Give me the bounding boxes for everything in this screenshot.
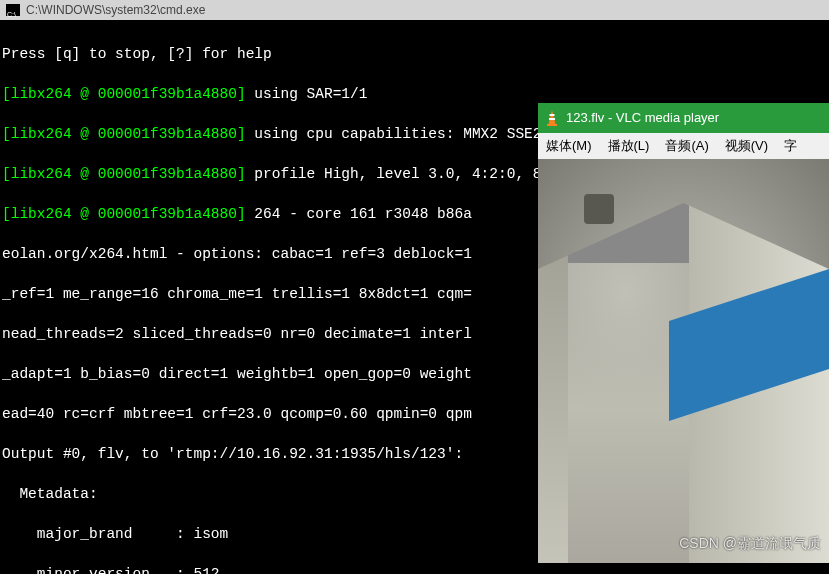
vlc-title-bar[interactable]: 123.flv - VLC media player [538,103,829,133]
csdn-watermark: CSDN @霸道流氓气质 [679,533,821,553]
vlc-video-area[interactable]: CSDN @霸道流氓气质 [538,159,829,563]
svg-rect-3 [547,124,557,126]
term-text: profile High, level 3.0, 4:2:0, 8-bit [246,166,577,182]
cmd-title-bar[interactable]: C:\WINDOWS\system32\cmd.exe [0,0,829,20]
vlc-title-text: 123.flv - VLC media player [566,108,719,128]
svg-rect-2 [549,118,555,120]
libx264-tag: [libx264 @ 000001f39b1a4880] [2,86,246,102]
vlc-menu-play[interactable]: 播放(L) [600,136,658,156]
term-line: Press [q] to stop, [?] for help [2,44,829,64]
svg-rect-1 [550,114,555,116]
term-text: 264 - core 161 r3048 b86a [246,206,472,222]
cmd-icon [6,4,20,16]
vlc-window[interactable]: 123.flv - VLC media player 媒体(M) 播放(L) 音… [538,103,829,563]
term-text: using SAR=1/1 [246,86,368,102]
libx264-tag: [libx264 @ 000001f39b1a4880] [2,166,246,182]
vlc-menu-audio[interactable]: 音频(A) [657,136,716,156]
vlc-menu-media[interactable]: 媒体(M) [538,136,600,156]
cmd-title-text: C:\WINDOWS\system32\cmd.exe [26,0,205,20]
svg-marker-0 [549,110,556,124]
term-line: minor_version : 512 [2,564,829,574]
video-vanishing-point [584,194,614,224]
term-line: [libx264 @ 000001f39b1a4880] using SAR=1… [2,84,829,104]
vlc-menu-video[interactable]: 视频(V) [717,136,776,156]
vlc-menu-subtitle[interactable]: 字 [776,136,805,156]
libx264-tag: [libx264 @ 000001f39b1a4880] [2,206,246,222]
libx264-tag: [libx264 @ 000001f39b1a4880] [2,126,246,142]
vlc-menu-bar: 媒体(M) 播放(L) 音频(A) 视频(V) 字 [538,133,829,159]
vlc-cone-icon [544,109,560,127]
